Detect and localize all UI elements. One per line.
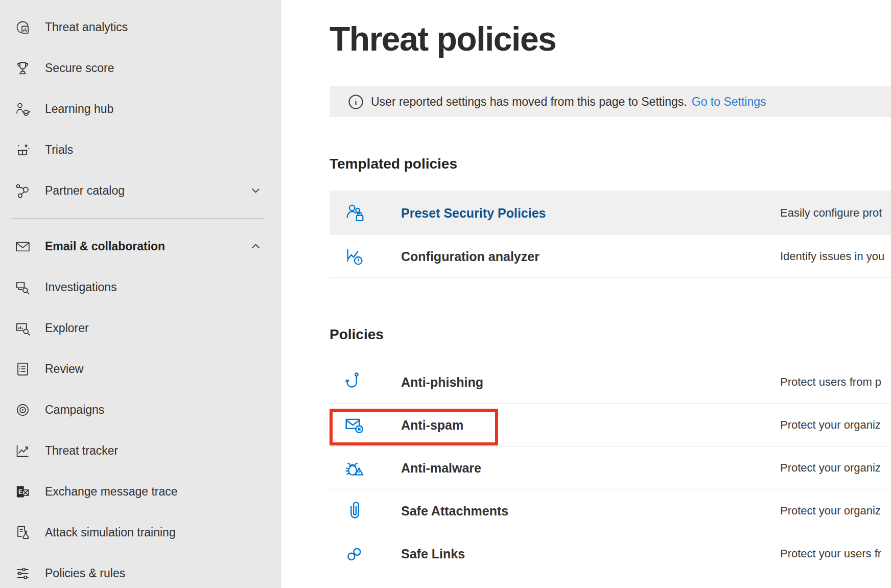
- safe-links-icon: [342, 542, 367, 566]
- threat-tracker-icon: [12, 442, 33, 460]
- safe-attachments-icon: [342, 499, 367, 523]
- policy-row-label: Safe Links: [401, 546, 465, 561]
- policy-row-label: Anti-malware: [401, 460, 481, 475]
- page-title: Threat policies: [330, 19, 556, 58]
- sidebar-item-explorer[interactable]: Explorer: [0, 308, 281, 348]
- policy-row-configuration-analyzer[interactable]: Configuration analyzerIdentify issues in…: [330, 235, 891, 278]
- sidebar-nav: Threat analyticsSecure scoreLearning hub…: [0, 7, 281, 588]
- sidebar-item-attack-simulation-training[interactable]: Attack simulation training: [0, 512, 281, 553]
- review-icon: [12, 360, 33, 378]
- policy-row-anti-malware[interactable]: Anti-malwareProtect your organiz: [330, 446, 891, 489]
- policies-rules-icon: [12, 565, 33, 582]
- policy-row-label: Anti-spam: [401, 417, 463, 432]
- partner-catalog-icon: [12, 182, 33, 200]
- policy-row-description: Protect users from p: [780, 375, 881, 389]
- learning-hub-icon: [12, 100, 33, 118]
- info-icon: [348, 94, 364, 110]
- policy-row-label: Anti-phishing: [401, 374, 483, 389]
- sidebar-item-exchange-message-trace[interactable]: EExchange message trace: [0, 471, 281, 512]
- chevron-down-icon: [249, 184, 263, 198]
- sidebar-item-campaigns[interactable]: Campaigns: [0, 389, 281, 430]
- sidebar-item-label: Exchange message trace: [45, 485, 178, 499]
- preset-security-policies-icon: [342, 201, 367, 225]
- policy-row-label: Configuration analyzer: [401, 249, 540, 264]
- sidebar-item-label: Explorer: [45, 321, 89, 335]
- sidebar-item-label: Partner catalog: [45, 184, 125, 198]
- policy-row-description: Easily configure prot: [780, 206, 882, 220]
- configuration-analyzer-icon: [342, 245, 367, 268]
- sidebar-item-label: Email & collaboration: [45, 240, 165, 253]
- sidebar-divider: [11, 218, 264, 219]
- sidebar-item-threat-tracker[interactable]: Threat tracker: [0, 430, 281, 471]
- sidebar-item-label: Threat tracker: [45, 444, 118, 458]
- policy-row-safe-attachments[interactable]: Safe AttachmentsProtect your organiz: [330, 489, 891, 532]
- policy-row-description: Protect your organiz: [780, 461, 881, 475]
- sidebar-item-label: Policies & rules: [45, 567, 125, 580]
- section-heading-templated-policies: Templated policies: [330, 156, 457, 172]
- sidebar-item-trials[interactable]: Trials: [0, 129, 281, 170]
- sidebar-item-partner-catalog[interactable]: Partner catalog: [0, 170, 281, 211]
- sidebar-item-label: Campaigns: [45, 403, 104, 417]
- policy-row-safe-links[interactable]: Safe LinksProtect your users fr: [330, 532, 891, 575]
- policy-row-label: Safe Attachments: [401, 503, 508, 518]
- sidebar-item-review[interactable]: Review: [0, 348, 281, 389]
- sidebar-item-label: Trials: [45, 143, 73, 157]
- threat-analytics-icon: [12, 18, 33, 36]
- trials-icon: [12, 141, 33, 159]
- email-collaboration-icon: [12, 238, 33, 255]
- anti-spam-icon: [342, 413, 367, 437]
- anti-malware-icon: [342, 456, 367, 480]
- campaigns-icon: [12, 401, 33, 419]
- policy-row-description: Protect your users fr: [780, 547, 881, 560]
- policy-row-label: Preset Security Policies: [401, 205, 546, 220]
- investigations-icon: [12, 278, 33, 296]
- anti-phishing-icon: [342, 370, 367, 394]
- sidebar-item-policies-rules[interactable]: Policies & rules: [0, 553, 281, 588]
- explorer-icon: [12, 319, 33, 337]
- sidebar-item-label: Investigations: [45, 280, 117, 294]
- sidebar-item-label: Secure score: [45, 61, 114, 75]
- policy-row-description: Identify issues in you: [780, 250, 884, 263]
- chevron-up-icon: [249, 240, 263, 253]
- policy-row-anti-spam[interactable]: Anti-spamProtect your organiz: [330, 404, 891, 446]
- policies-list: Anti-phishingProtect users from pAnti-sp…: [330, 361, 891, 575]
- policy-row-description: Protect your organiz: [780, 418, 881, 432]
- attack-simulation-training-icon: [12, 524, 33, 542]
- sidebar-item-learning-hub[interactable]: Learning hub: [0, 88, 281, 129]
- templated-policies-list: Preset Security PoliciesEasily configure…: [330, 191, 891, 278]
- section-heading-policies: Policies: [330, 326, 384, 343]
- sidebar-item-email-collaboration[interactable]: Email & collaboration: [0, 226, 281, 267]
- main-content: Threat policies User reported settings h…: [281, 0, 891, 588]
- go-to-settings-link[interactable]: Go to Settings: [692, 95, 766, 109]
- policy-row-anti-phishing[interactable]: Anti-phishingProtect users from p: [330, 361, 891, 404]
- sidebar-item-investigations[interactable]: Investigations: [0, 267, 281, 308]
- sidebar-item-secure-score[interactable]: Secure score: [0, 48, 281, 88]
- policy-row-description: Protect your organiz: [780, 504, 881, 518]
- svg-text:E: E: [18, 488, 22, 496]
- sidebar-item-label: Learning hub: [45, 102, 113, 116]
- sidebar-item-threat-analytics[interactable]: Threat analytics: [0, 7, 281, 48]
- info-banner: User reported settings has moved from th…: [330, 86, 891, 117]
- sidebar-item-label: Threat analytics: [45, 20, 128, 34]
- banner-text: User reported settings has moved from th…: [371, 95, 687, 109]
- sidebar-item-label: Review: [45, 362, 83, 376]
- policy-row-preset-security-policies[interactable]: Preset Security PoliciesEasily configure…: [330, 191, 891, 235]
- sidebar: Threat analyticsSecure scoreLearning hub…: [0, 0, 281, 588]
- secure-score-icon: [12, 59, 33, 77]
- sidebar-item-label: Attack simulation training: [45, 526, 176, 539]
- exchange-message-trace-icon: E: [12, 483, 33, 501]
